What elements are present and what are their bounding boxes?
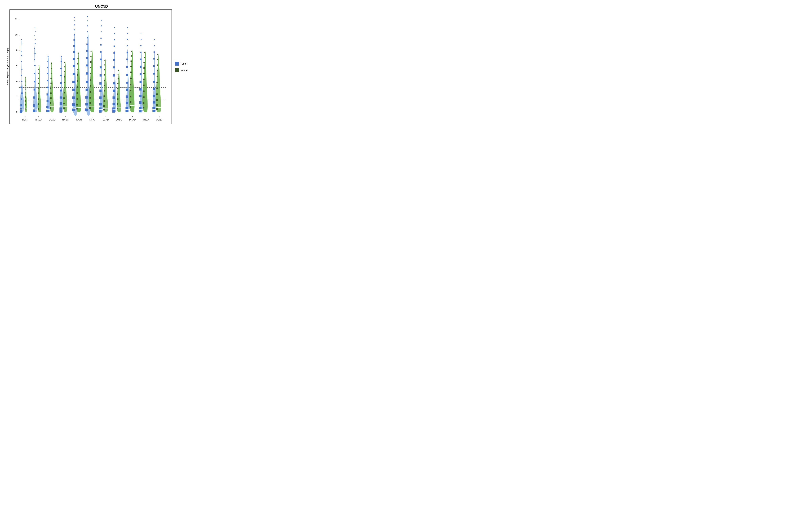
svg-rect-81 [51,68,51,69]
svg-rect-258 [139,88,142,91]
svg-rect-46 [35,43,36,44]
svg-rect-295 [156,88,158,89]
svg-text:4: 4 [16,80,17,82]
svg-rect-267 [144,67,145,69]
svg-rect-179 [99,82,102,85]
svg-rect-132 [77,63,78,64]
svg-rect-242 [130,72,132,73]
svg-rect-164 [90,85,91,87]
svg-rect-173 [100,38,101,39]
svg-rect-202 [113,52,115,54]
svg-rect-83 [50,78,51,79]
svg-rect-98 [60,102,62,105]
svg-rect-156 [85,108,88,111]
svg-rect-229 [126,66,128,68]
svg-rect-254 [140,58,142,60]
svg-rect-150 [86,64,88,66]
legend-item-tumor: Tumor [175,62,199,66]
svg-rect-233 [126,96,128,98]
svg-rect-235 [125,107,128,109]
svg-rect-102 [64,62,65,63]
svg-rect-250 [141,33,141,34]
svg-rect-135 [77,80,78,82]
svg-rect-243 [130,78,132,79]
legend-area: Tumor Normal [172,9,199,124]
svg-rect-47 [34,48,35,49]
svg-rect-55 [33,104,35,107]
svg-rect-199 [114,33,115,34]
legend-tumor-label: Tumor [181,62,187,65]
svg-rect-100 [59,110,62,113]
svg-rect-153 [86,89,88,91]
svg-rect-61 [38,78,39,79]
svg-rect-39 [25,104,26,105]
svg-rect-218 [117,94,118,95]
svg-rect-283 [153,88,155,91]
svg-rect-273 [143,102,145,104]
chart-area-wrapper: 0 2 4 6 8 10 12 [9,9,199,124]
svg-rect-56 [33,109,35,112]
svg-rect-142 [87,16,88,17]
svg-rect-207 [113,90,115,92]
svg-rect-111 [63,108,65,109]
svg-rect-76 [47,100,49,102]
chart-body: mRNA Expression (RNASeq V2, log2) [4,9,199,124]
svg-rect-69 [48,56,48,57]
svg-text:LUAD: LUAD [103,118,109,121]
svg-rect-178 [100,74,102,76]
svg-rect-27 [21,98,22,100]
svg-rect-216 [117,83,118,84]
svg-rect-59 [38,69,39,70]
svg-text:0: 0 [16,111,17,113]
svg-rect-37 [25,97,26,98]
svg-rect-220 [117,103,118,105]
chart-title: UNC5D [95,4,108,9]
svg-rect-137 [77,92,78,94]
svg-rect-268 [143,73,145,74]
svg-text:LUSC: LUSC [116,118,122,121]
svg-rect-165 [90,91,91,93]
svg-rect-71 [47,67,48,68]
svg-rect-276 [154,39,155,40]
svg-rect-96 [60,90,62,92]
chart-container: UNC5D mRNA Expression (RNASeq V2, log2) [4,3,199,124]
svg-rect-93 [60,68,62,69]
svg-rect-125 [72,89,75,91]
svg-rect-139 [76,104,78,105]
svg-rect-298 [156,104,158,106]
svg-text:HNSC: HNSC [62,118,69,121]
svg-rect-110 [63,103,65,104]
svg-rect-124 [72,80,75,83]
svg-rect-170 [101,20,101,21]
tumor-swatch [175,62,179,66]
svg-rect-26 [21,93,23,94]
svg-rect-180 [99,90,102,92]
normal-swatch [175,68,179,72]
svg-rect-127 [72,103,75,106]
svg-rect-232 [126,89,128,91]
svg-rect-282 [153,80,155,82]
svg-rect-171 [101,25,102,26]
svg-rect-252 [140,45,141,46]
svg-rect-190 [104,79,105,81]
svg-rect-74 [47,87,48,89]
svg-rect-123 [72,73,75,75]
svg-rect-66 [38,103,39,105]
svg-rect-236 [125,110,128,112]
svg-rect-24 [21,80,22,82]
svg-rect-34 [25,85,26,86]
svg-rect-134 [77,74,78,76]
svg-rect-286 [152,107,155,109]
svg-text:KICH: KICH [76,118,82,121]
svg-rect-92 [60,61,62,62]
svg-rect-234 [126,102,128,104]
svg-rect-215 [117,78,118,79]
svg-rect-246 [130,96,132,98]
svg-rect-120 [73,51,75,53]
svg-rect-177 [100,66,102,68]
svg-rect-60 [38,73,39,74]
svg-rect-155 [86,103,88,105]
svg-rect-131 [78,58,79,59]
svg-rect-67 [38,108,39,110]
svg-rect-293 [157,76,158,77]
